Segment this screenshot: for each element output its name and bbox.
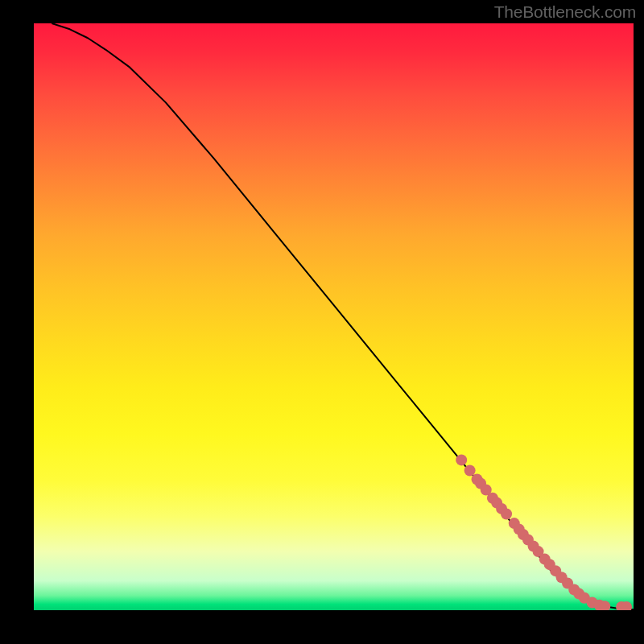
curve-line xyxy=(52,23,634,609)
plot-area xyxy=(34,23,634,610)
svg-point-0 xyxy=(456,454,467,465)
chart-svg xyxy=(34,23,634,610)
svg-point-1 xyxy=(464,465,476,477)
watermark-text: TheBottleneck.com xyxy=(494,2,636,22)
scatter-markers xyxy=(456,454,632,610)
svg-point-8 xyxy=(501,508,512,519)
